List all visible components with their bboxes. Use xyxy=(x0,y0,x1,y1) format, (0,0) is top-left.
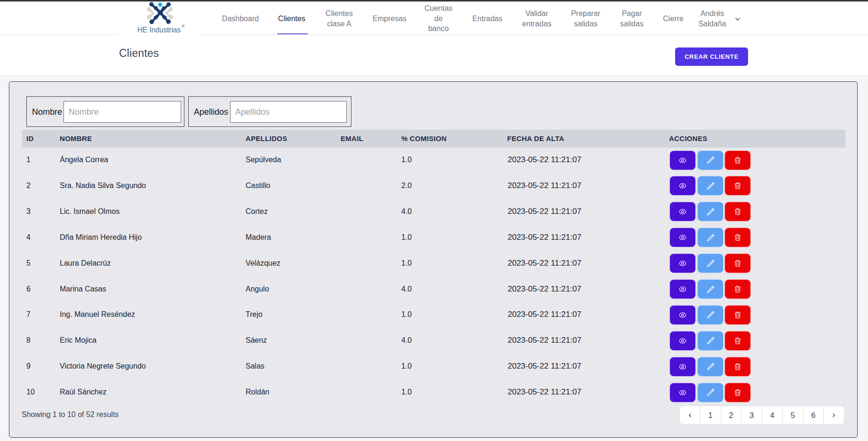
svg-text:®: ® xyxy=(182,24,185,29)
svg-text:HE Industrias: HE Industrias xyxy=(137,25,181,34)
